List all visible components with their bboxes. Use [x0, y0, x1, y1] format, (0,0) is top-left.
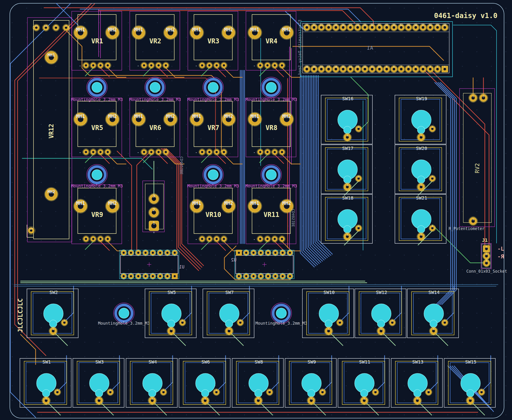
copper-trace[interactable] — [230, 332, 243, 345]
footprint-vr11[interactable]: MH1·····MH2·····-VR11 — [246, 185, 296, 244]
copper-trace[interactable] — [310, 75, 324, 260]
copper-trace[interactable] — [172, 332, 186, 345]
copper-trace[interactable] — [224, 68, 242, 77]
copper-trace[interactable] — [143, 155, 151, 163]
footprint-sw1[interactable]: 12SW1 — [20, 358, 71, 407]
copper-trace[interactable] — [307, 75, 321, 262]
copper-trace[interactable] — [153, 402, 167, 415]
copper-trace[interactable] — [217, 68, 226, 77]
copper-trace[interactable] — [312, 75, 326, 259]
footprint-sw9[interactable]: 12SW9 — [285, 358, 336, 407]
copper-trace[interactable] — [47, 402, 60, 415]
footprint-sw20[interactable]: 12SW20 — [395, 145, 446, 194]
copper-trace[interactable] — [341, 286, 349, 321]
copper-trace[interactable] — [382, 332, 395, 345]
copper-trace[interactable] — [111, 356, 119, 390]
copper-trace[interactable] — [483, 356, 491, 390]
footprint-vr7[interactable]: MH1·····MH2·····-VR7 — [188, 98, 238, 157]
copper-trace[interactable] — [308, 75, 323, 261]
copper-trace[interactable] — [282, 241, 300, 251]
footprint-vr5[interactable]: MH1·····MH2·····-VR5 — [72, 98, 122, 157]
copper-trace[interactable] — [108, 155, 126, 164]
footprint-sw7[interactable]: 12SW7 — [203, 289, 254, 338]
footprint-u1[interactable] — [119, 250, 179, 279]
copper-trace[interactable] — [365, 402, 378, 415]
copper-trace[interactable] — [377, 356, 385, 390]
footprint-sw3[interactable]: 12SW3 — [73, 358, 124, 407]
copper-trace[interactable] — [159, 155, 167, 164]
copper-trace[interactable] — [329, 332, 343, 345]
footprint-u2[interactable] — [235, 250, 294, 279]
footprint-vr10[interactable]: MH1·····MH2·····-VR10 — [188, 185, 238, 244]
footprint-vr2[interactable]: MH1·····MH2·····-VR2 — [130, 11, 180, 70]
copper-trace[interactable] — [201, 68, 209, 76]
mounting-hole[interactable]: MountingHole_3.2mm_M3 — [255, 303, 307, 326]
footprint-vr8[interactable]: MH1·····MH2·····-VR8 — [246, 98, 296, 157]
footprint-sw6[interactable]: 12SW6 — [179, 358, 230, 407]
copper-trace[interactable] — [271, 356, 279, 390]
copper-trace[interactable] — [22, 158, 152, 169]
copper-trace[interactable] — [217, 241, 226, 250]
copper-trace[interactable] — [324, 356, 332, 390]
copper-trace[interactable] — [100, 402, 113, 415]
copper-trace[interactable] — [275, 155, 284, 164]
footprint-sw19[interactable]: 12SW19 — [395, 95, 446, 144]
copper-trace[interactable] — [241, 286, 249, 321]
mounting-hole[interactable]: MountingHole_3.2mm_M3 — [71, 77, 123, 102]
copper-trace[interactable] — [224, 155, 242, 164]
copper-trace[interactable] — [260, 241, 267, 249]
footprint-sw18[interactable]: 12SW18 — [321, 195, 372, 243]
copper-trace[interactable] — [434, 332, 448, 345]
copper-trace[interactable] — [302, 75, 316, 266]
copper-trace[interactable] — [218, 356, 226, 390]
footprint-sw2[interactable]: 12SW2 — [27, 289, 78, 338]
copper-trace[interactable] — [217, 155, 226, 164]
copper-trace[interactable] — [100, 155, 109, 164]
copper-trace[interactable] — [18, 4, 95, 321]
mounting-hole[interactable]: MountingHole_3.2mm_M3 — [187, 77, 239, 102]
footprint-sw10[interactable]: 12SW10 — [302, 289, 354, 338]
copper-trace[interactable] — [98, 11, 355, 23]
copper-trace[interactable] — [317, 75, 331, 255]
footprint-sw4[interactable]: 12SW4 — [126, 358, 177, 407]
footprint-vr3[interactable]: MH1·····MH2·····-VR3 — [188, 11, 238, 70]
mounting-hole[interactable]: MountingHole_3.2mm_M3 — [187, 165, 239, 188]
footprint-sw21[interactable]: 12SW21 — [395, 195, 446, 243]
footprint-sw8[interactable]: 12SW8 — [232, 358, 283, 407]
copper-trace[interactable] — [108, 68, 126, 77]
copper-trace[interactable] — [418, 402, 432, 415]
copper-trace[interactable] — [201, 241, 209, 249]
copper-trace[interactable] — [393, 286, 401, 321]
copper-trace[interactable] — [21, 335, 36, 365]
copper-trace[interactable] — [85, 241, 93, 249]
copper-trace[interactable] — [206, 402, 219, 415]
copper-trace[interactable] — [275, 68, 284, 77]
copper-trace[interactable] — [430, 356, 438, 390]
copper-trace[interactable] — [471, 402, 485, 415]
footprint-vr1[interactable]: MH1·····MH2·····-VR1 — [72, 11, 122, 70]
copper-trace[interactable] — [117, 151, 132, 250]
footprint-vr4[interactable]: MH1·····MH2·····-VR4 — [246, 11, 296, 70]
footprint-daisy-socket[interactable]: 2122232425262728293031323334353637383940… — [301, 22, 453, 77]
footprint-vr9[interactable]: MH1·····MH2·····-VR9 — [72, 185, 122, 244]
copper-trace[interactable] — [54, 332, 67, 345]
copper-trace[interactable] — [143, 68, 151, 76]
footprint-sw11[interactable]: 12SW11 — [338, 358, 389, 407]
copper-trace[interactable] — [166, 68, 184, 77]
footprint-j1[interactable]: 123 — [481, 243, 491, 269]
footprint-sw17[interactable]: 12SW17 — [321, 145, 372, 194]
footprint-vr6[interactable]: MH1·····MH2·····-VR6 — [130, 98, 180, 157]
copper-trace[interactable] — [100, 241, 109, 250]
footprint-sw14[interactable]: 12SW14 — [407, 289, 459, 338]
copper-trace[interactable] — [165, 356, 173, 390]
footprint-sw16[interactable]: 12SW16 — [321, 95, 372, 144]
footprint-sw13[interactable]: 12SW13 — [391, 358, 442, 407]
mounting-hole[interactable]: MountingHole_3.2mm_M3 — [98, 303, 150, 326]
copper-trace[interactable] — [108, 241, 126, 251]
mounting-hole[interactable]: MountingHole_3.2mm_M3 — [129, 77, 181, 102]
copper-trace[interactable] — [312, 402, 326, 415]
copper-trace[interactable] — [201, 155, 209, 163]
copper-trace[interactable] — [305, 75, 319, 263]
copper-trace[interactable] — [59, 356, 67, 390]
copper-trace[interactable] — [80, 9, 361, 22]
